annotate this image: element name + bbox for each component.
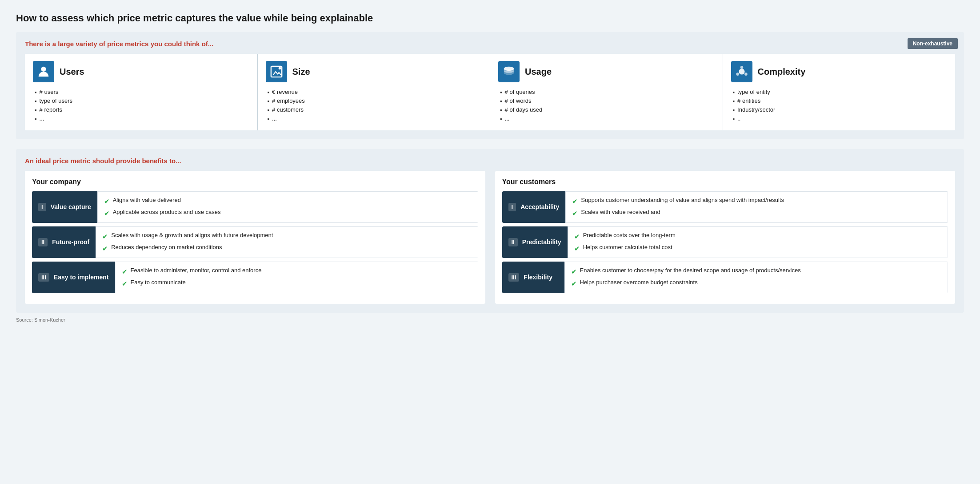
check-icon: ✔ [122,279,128,288]
list-item: ... [268,114,482,123]
list-item: # users [35,88,249,97]
benefit-label-text-future-proof: Future-proof [52,238,89,246]
usage-icon [498,61,520,82]
metric-title-complexity: Complexity [758,67,806,77]
benefit-label-acceptability: I Acceptability [502,191,566,223]
benefit-point: ✔ Predictable costs over the long-term [574,231,941,241]
benefit-point: ✔ Supports customer understanding of val… [572,196,941,206]
benefit-point-text: Aligns with value delivered [113,196,181,204]
benefit-point-text: Feasible to administer, monitor, control… [131,266,262,274]
metric-list-size: € revenue # employees # customers ... [266,88,482,123]
benefit-row-value-capture: I Value capture ✔ Aligns with value deli… [32,191,478,223]
benefit-point-text: Predictable costs over the long-term [583,231,676,239]
list-item: ... [500,114,715,123]
benefit-point-text: Enables customer to choose/pay for the d… [580,266,801,274]
top-section: There is a large variety of price metric… [16,32,964,139]
non-exhaustive-badge: Non-exhaustive [908,38,958,49]
benefit-label-text-acceptability: Acceptability [520,203,559,211]
benefit-point-text: Easy to communicate [131,278,186,286]
benefit-point-text: Scales with usage & growth and aligns wi… [111,231,273,239]
list-item: type of users [35,97,249,105]
benefit-points-easy-implement: ✔ Feasible to administer, monitor, contr… [115,262,478,293]
metric-list-complexity: type of entity # entities Industry/secto… [731,88,948,123]
roman-numeral-iii-c: III [508,273,520,282]
metric-title-size: Size [292,67,310,77]
check-icon: ✔ [574,244,580,253]
benefit-points-value-capture: ✔ Aligns with value delivered ✔ Applicab… [97,191,478,223]
roman-numeral-iii: III [38,273,49,282]
customers-col-title: Your customers [502,178,948,186]
svg-point-2 [278,67,281,70]
metrics-grid: Users # users type of users # reports ..… [25,54,955,130]
metric-list-users: # users type of users # reports ... [33,88,249,123]
check-icon: ✔ [104,197,110,206]
benefit-label-text-easy-implement: Easy to implement [54,273,109,281]
metric-title-users: Users [60,67,84,77]
bottom-subtitle: An ideal price metric should provide ben… [25,157,955,165]
benefit-label-text-predictability: Predictability [522,238,561,246]
check-icon: ✔ [574,232,580,241]
list-item: # of days used [500,105,715,114]
list-item: # customers [268,105,482,114]
list-item: ... [35,114,249,123]
main-title: How to assess which price metric capture… [16,12,964,24]
check-icon: ✔ [572,209,578,218]
benefit-points-predictability: ✔ Predictable costs over the long-term ✔… [568,226,948,258]
benefit-point-text: Supports customer understanding of value… [581,196,784,204]
svg-point-6 [744,73,748,76]
benefit-point: ✔ Feasible to administer, monitor, contr… [122,266,472,276]
benefit-points-acceptability: ✔ Supports customer understanding of val… [565,191,948,223]
metric-card-complexity: Complexity type of entity # entities Ind… [723,54,956,130]
benefit-point-text: Applicable across products and use cases [113,208,221,216]
svg-point-0 [41,67,46,72]
metric-card-size: Size € revenue # employees # customers .… [258,54,491,130]
benefit-label-future-proof: II Future-proof [32,226,96,258]
users-icon [33,61,54,82]
benefit-point: ✔ Easy to communicate [122,278,472,288]
roman-numeral-ii: II [38,238,48,246]
metric-header-users: Users [33,61,249,82]
svg-point-5 [740,66,743,69]
benefit-label-text-flexibility: Flexibility [524,273,552,281]
benefit-point-text: Helps customer calculate total cost [583,243,672,251]
size-icon [266,61,287,82]
company-col: Your company I Value capture ✔ Aligns wi… [25,171,485,304]
benefit-point-text: Helps purchaser overcome budget constrai… [580,278,698,286]
benefit-points-flexibility: ✔ Enables customer to choose/pay for the… [564,262,948,293]
metric-title-usage: Usage [525,67,552,77]
check-icon: ✔ [571,267,577,276]
check-icon: ✔ [102,232,108,241]
benefit-point: ✔ Reduces dependency on market condition… [102,243,471,253]
list-item: # of queries [500,88,715,97]
benefit-point-text: Scales with value received and [581,208,660,216]
benefit-point: ✔ Scales with value received and [572,208,941,218]
metric-header-size: Size [266,61,482,82]
benefit-label-flexibility: III Flexibility [502,262,564,293]
benefit-point: ✔ Helps customer calculate total cost [574,243,941,253]
metric-list-usage: # of queries # of words # of days used .… [498,88,715,123]
check-icon: ✔ [122,267,128,276]
roman-numeral-i: I [38,203,46,211]
metric-card-users: Users # users type of users # reports ..… [25,54,258,130]
list-item: Industry/sector [733,105,948,114]
svg-point-4 [739,69,744,74]
metric-header-complexity: Complexity [731,61,948,82]
bottom-section: An ideal price metric should provide ben… [16,149,964,313]
benefit-point: ✔ Applicable across products and use cas… [104,208,472,218]
benefit-point: ✔ Enables customer to choose/pay for the… [571,266,942,276]
benefit-row-flexibility: III Flexibility ✔ Enables customer to ch… [502,262,948,293]
list-item: # reports [35,105,249,114]
benefit-label-easy-implement: III Easy to implement [32,262,115,293]
list-item: # employees [268,97,482,105]
check-icon: ✔ [104,209,110,218]
company-col-title: Your company [32,178,478,186]
benefit-row-future-proof: II Future-proof ✔ Scales with usage & gr… [32,226,478,258]
check-icon: ✔ [571,279,577,288]
benefit-point: ✔ Scales with usage & growth and aligns … [102,231,471,241]
benefit-point-text: Reduces dependency on market conditions [111,243,222,251]
check-icon: ✔ [102,244,108,253]
top-subtitle: There is a large variety of price metric… [25,40,955,48]
benefit-row-predictability: II Predictability ✔ Predictable costs ov… [502,226,948,258]
metric-header-usage: Usage [498,61,715,82]
benefit-row-acceptability: I Acceptability ✔ Supports customer unde… [502,191,948,223]
